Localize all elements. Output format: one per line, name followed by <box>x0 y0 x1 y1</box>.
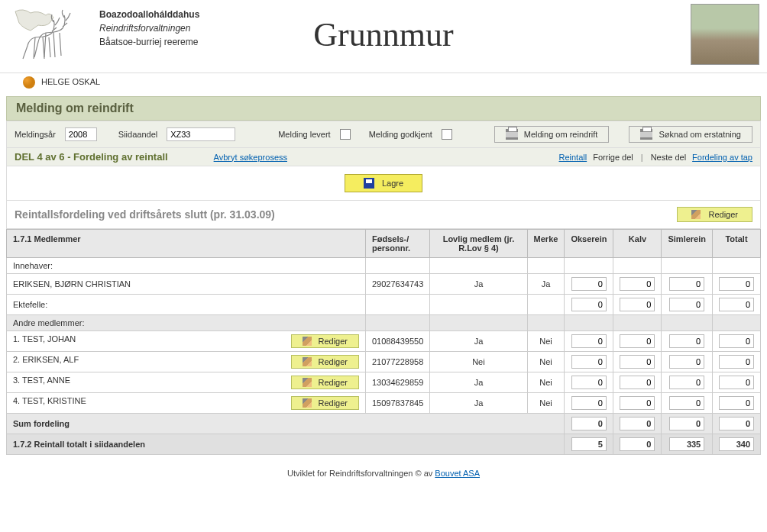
filter-bar: Meldingsår Siidaandel Melding levert Mel… <box>6 121 761 148</box>
member-lovlig: Ja <box>430 372 527 393</box>
app-title: Grunnmur <box>313 15 453 54</box>
print-soknad-button[interactable]: Søknad om erstatning <box>629 126 752 143</box>
user-name: HELGE OSKAL <box>41 77 100 86</box>
col-merke: Merke <box>527 230 565 258</box>
member-name: 4. TEST, KRISTINERediger <box>7 393 366 414</box>
user-bar: HELGE OSKAL <box>0 73 767 92</box>
member-fnr: 13034629859 <box>366 372 430 393</box>
footer: Utviklet for Reindriftsforvaltningen © a… <box>0 461 767 485</box>
member-simle-input[interactable] <box>669 355 704 369</box>
innehaver-kalv-input[interactable] <box>620 277 655 291</box>
edit-header-button[interactable]: Rediger <box>677 207 752 222</box>
member-tot-input[interactable] <box>719 396 754 410</box>
col-medlemmer: 1.7.1 Medlemmer <box>7 230 366 258</box>
subhead-row: Reintallsfordeling ved driftsårets slutt… <box>6 201 761 229</box>
edit-member-button[interactable]: Rediger <box>291 396 359 410</box>
section-title: Melding om reindrift <box>6 96 761 121</box>
edit-label: Rediger <box>318 337 348 346</box>
member-okse-input[interactable] <box>571 355 607 369</box>
innehaver-tot-input[interactable] <box>719 277 754 291</box>
total-simle: 335 <box>669 437 704 451</box>
member-kalv-input[interactable] <box>620 396 655 410</box>
nav-sep: | <box>641 153 643 162</box>
table-row: 3. TEST, ANNERediger13034629859JaNei <box>7 372 761 393</box>
ektefelle-okse-input[interactable] <box>571 298 607 311</box>
table-row: 2. ERIKSEN, ALFRediger21077228958NeiNei <box>7 352 761 372</box>
col-simle: Simlerein <box>662 230 713 258</box>
abort-link[interactable]: Avbryt søkeprosess <box>214 153 287 162</box>
ektefelle-simle-input[interactable] <box>669 298 704 311</box>
edit-label: Rediger <box>318 357 348 366</box>
sum-kalv: 0 <box>620 417 655 430</box>
year-input[interactable] <box>65 127 97 141</box>
member-lovlig: Nei <box>430 352 527 372</box>
sum-simle: 0 <box>669 417 704 430</box>
member-simle-input[interactable] <box>669 396 704 410</box>
ektefelle-kalv-input[interactable] <box>620 298 655 311</box>
col-okse: Okserein <box>565 230 613 258</box>
innehaver-label: Innehaver: <box>7 258 366 274</box>
nav-part-title: DEL 4 av 6 - Fordeling av reintall <box>15 151 168 163</box>
subhead-title: Reintallsfordeling ved driftsårets slutt… <box>15 208 275 221</box>
edit-member-button[interactable]: Rediger <box>291 334 359 348</box>
andre-label: Andre medlemmer: <box>7 315 366 331</box>
edit-label: Rediger <box>318 378 348 387</box>
header: Boazodoallohálddahus Reindriftsforvaltni… <box>0 0 767 73</box>
pencil-icon <box>691 210 701 219</box>
innehaver-okse-input[interactable] <box>571 277 607 291</box>
org-name-2: Reindriftsforvaltningen <box>99 21 199 35</box>
member-fnr: 15097837845 <box>366 393 430 414</box>
member-merke: Nei <box>527 393 565 414</box>
toolbar: Lagre <box>6 166 761 201</box>
save-button[interactable]: Lagre <box>345 174 422 192</box>
reindeer-logo <box>8 4 92 65</box>
edit-member-button[interactable]: Rediger <box>291 376 359 389</box>
siida-input[interactable] <box>167 127 235 141</box>
ektefelle-tot-input[interactable] <box>719 298 754 311</box>
total-okse: 5 <box>571 437 607 451</box>
pencil-icon <box>303 378 312 387</box>
member-tot-input[interactable] <box>719 334 754 348</box>
member-okse-input[interactable] <box>571 334 607 348</box>
member-okse-input[interactable] <box>571 376 607 389</box>
sum-okse: 0 <box>571 417 607 430</box>
print-melding-label: Melding om reindrift <box>524 130 598 139</box>
member-merke: Nei <box>527 352 565 372</box>
member-kalv-input[interactable] <box>620 376 655 389</box>
member-simle-input[interactable] <box>669 376 704 389</box>
nav-bar: DEL 4 av 6 - Fordeling av reintall Avbry… <box>6 148 761 166</box>
member-tot-input[interactable] <box>719 355 754 369</box>
prev-link[interactable]: Forrige del <box>593 153 633 162</box>
member-lovlig: Ja <box>430 331 527 352</box>
org-names: Boazodoallohálddahus Reindriftsforvaltni… <box>99 8 199 49</box>
member-okse-input[interactable] <box>571 396 607 410</box>
footer-text: Utviklet for Reindriftsforvaltningen © a… <box>287 469 435 478</box>
year-label: Meldingsår <box>15 130 56 139</box>
member-merke: Nei <box>527 372 565 393</box>
levert-checkbox[interactable] <box>340 129 351 140</box>
next-link[interactable]: Neste del <box>651 153 686 162</box>
org-name-3: Båatsoe-burriej reereme <box>99 35 199 49</box>
col-fodsel: Fødsels-/ personnr. <box>366 230 430 258</box>
ektefelle-label: Ektefelle: <box>7 295 366 315</box>
member-kalv-input[interactable] <box>620 355 655 369</box>
pencil-icon <box>303 398 312 408</box>
footer-link[interactable]: Bouvet ASA <box>435 469 480 478</box>
member-kalv-input[interactable] <box>620 334 655 348</box>
fordeling-tap-link[interactable]: Fordeling av tap <box>692 153 752 162</box>
innehaver-name: ERIKSEN, BJØRN CHRISTIAN <box>7 274 366 295</box>
print-melding-button[interactable]: Melding om reindrift <box>494 126 610 143</box>
edit-member-button[interactable]: Rediger <box>291 355 359 369</box>
godkjent-checkbox[interactable] <box>442 129 452 140</box>
levert-label: Melding levert <box>278 130 330 139</box>
total-kalv: 0 <box>620 437 655 451</box>
printer-icon <box>506 129 518 140</box>
innehaver-simle-input[interactable] <box>669 277 704 291</box>
member-tot-input[interactable] <box>719 376 754 389</box>
reintall-link[interactable]: Reintall <box>559 153 587 162</box>
member-simle-input[interactable] <box>669 334 704 348</box>
save-label: Lagre <box>382 179 403 188</box>
user-icon <box>23 76 35 89</box>
member-lovlig: Ja <box>430 393 527 414</box>
member-name: 3. TEST, ANNERediger <box>7 372 366 393</box>
